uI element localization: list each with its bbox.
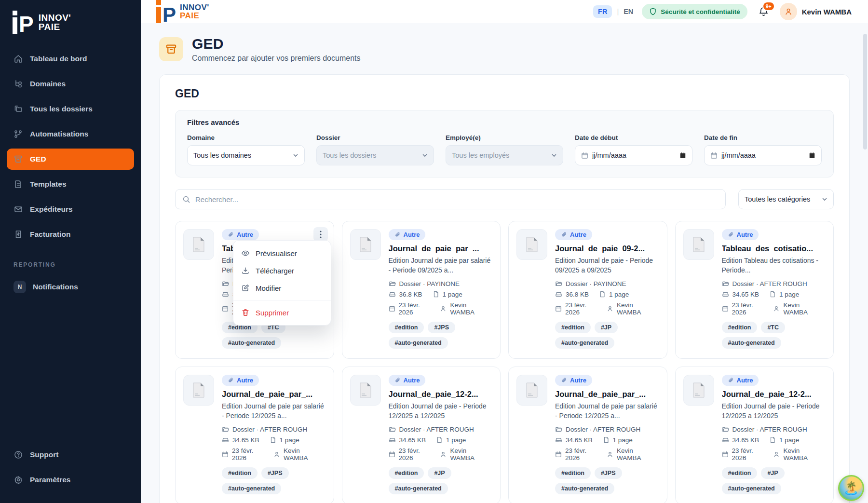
page-scrollbar[interactable] <box>863 0 867 503</box>
document-size: 34.65 KB <box>566 436 593 444</box>
pages-pair: 1 page <box>599 291 629 298</box>
sidebar-item-facturation[interactable]: Facturation <box>7 224 134 245</box>
filter-date-debut: Date de début jj/mm/aaaa <box>575 134 692 165</box>
document-folder: Dossier · AFTER ROUGH <box>399 426 474 433</box>
tag: #TC <box>761 322 785 333</box>
main-content: GED Commencez par ajouter vos premiers d… <box>141 23 868 503</box>
security-badge-label: Sécurité et confidentialité <box>661 8 740 15</box>
home-icon <box>14 54 23 64</box>
document-card[interactable]: Autre Journal_de_paie_par_... Edition Jo… <box>342 221 501 359</box>
sidebar-item-tableau-de-bord[interactable]: Tableau de bord <box>7 48 134 69</box>
calendar-icon <box>581 152 588 159</box>
dossier-select[interactable]: Tous les dossiers <box>316 145 434 165</box>
document-description: Edition Journal de paie - Periode 12/202… <box>389 402 493 421</box>
sidebar-logo: P INNOV' PAIE <box>0 11 141 34</box>
sidebar-item-parametres[interactable]: Paramètres <box>7 469 134 490</box>
user-icon <box>773 305 780 312</box>
menu-item-previsualiser[interactable]: Prévisualiser <box>233 245 331 262</box>
document-card[interactable]: Autre Journal_de_paie_09-2... Edition Jo… <box>508 221 667 359</box>
sidebar-item-automatisations[interactable]: Automatisations <box>7 123 134 145</box>
search-box[interactable] <box>175 189 726 209</box>
folder-row: Dossier · PAYINONE <box>389 280 493 287</box>
folder-row: Dossier · AFTER ROUGH <box>722 280 826 287</box>
document-thumbnail <box>516 375 547 406</box>
user-menu[interactable]: Kevin WAMBA <box>780 3 852 20</box>
scrollbar-thumb[interactable] <box>863 34 867 150</box>
menu-item-telecharger[interactable]: Télécharger <box>233 262 331 279</box>
lang-en-button[interactable]: EN <box>624 8 633 15</box>
sidebar-item-label: Templates <box>30 180 67 189</box>
calendar-icon <box>389 451 395 458</box>
logo-mark-icon: P <box>156 0 175 23</box>
menu-item-supprimer[interactable]: Supprimer <box>233 304 331 321</box>
tags-row: #edition #JPS #auto-generated <box>389 322 493 349</box>
employe-select[interactable]: Tous les employés <box>446 145 563 165</box>
document-size: 34.65 KB <box>399 436 426 444</box>
menu-item-modifier[interactable]: Modifier <box>233 279 331 297</box>
security-badge[interactable]: Sécurité et confidentialité <box>642 4 747 19</box>
calendar-icon <box>722 305 729 312</box>
sidebar-item-domaines[interactable]: Domaines <box>7 73 134 95</box>
category-badge: Autre <box>722 375 759 386</box>
sidebar-item-support[interactable]: Support <box>7 444 134 465</box>
brand-line2: PAIE <box>39 22 71 31</box>
document-date: 23 févr. 2026 <box>399 301 430 316</box>
document-file-icon <box>191 382 206 398</box>
tags-row: #edition #JP #auto-generated <box>555 322 659 349</box>
document-card[interactable]: Autre Journal_de_paie_par_... Edition Jo… <box>175 367 334 503</box>
sidebar-item-tous-les-dossiers[interactable]: Tous les dossiers <box>7 98 134 120</box>
category-badge: Autre <box>389 375 426 386</box>
folder-icon <box>222 426 229 433</box>
lang-fr-button[interactable]: FR <box>593 5 612 18</box>
date-fin-input[interactable]: jj/mm/aaaa <box>704 145 822 165</box>
tag: #auto-generated <box>722 483 781 494</box>
menu-item-label: Télécharger <box>256 267 294 275</box>
document-card[interactable]: Autre Journal_de_paie_12-2... Edition Jo… <box>342 367 501 503</box>
document-card[interactable]: Autre Journal_de_paie_par_... Edition Jo… <box>508 367 667 503</box>
lang-divider: | <box>617 8 619 15</box>
document-card[interactable]: Autre Journal_de_paie_12-2... Edition Jo… <box>675 367 834 503</box>
gear-icon <box>14 475 23 485</box>
sidebar-item-label: Paramètres <box>30 476 70 484</box>
filter-domaine: Domaine Tous les domaines <box>187 134 305 165</box>
card-more-button[interactable] <box>313 227 328 242</box>
paperclip-icon <box>728 377 734 383</box>
pages-pair: 1 page <box>270 436 299 444</box>
pages-pair: 1 page <box>769 436 799 444</box>
sidebar-item-ged[interactable]: GED <box>7 149 134 170</box>
paperclip-icon <box>561 377 567 383</box>
notifications-bell-button[interactable]: 9+ <box>756 4 771 19</box>
category-badge-label: Autre <box>570 231 586 238</box>
paperclip-icon <box>228 377 234 383</box>
author-pair: Kevin WAMBA <box>773 301 819 316</box>
drive-icon <box>555 436 562 444</box>
sidebar-item-templates[interactable]: Templates <box>7 174 134 195</box>
search-input[interactable] <box>195 195 719 204</box>
category-badge: Autre <box>389 229 426 240</box>
document-author: Kevin WAMBA <box>450 447 486 462</box>
category-select[interactable]: Toutes les catégories <box>738 189 834 209</box>
date-picker-icon[interactable] <box>679 152 686 159</box>
tropical-widget-button[interactable]: 🏝️ <box>838 475 864 501</box>
document-title: Journal_de_paie_par_... <box>389 244 493 253</box>
document-card[interactable]: Autre Tableau_des_cotisatio... Edition T… <box>675 221 834 359</box>
sidebar-item-expediteurs[interactable]: Expéditeurs <box>7 199 134 220</box>
tag: #JPS <box>261 467 289 479</box>
mail-icon <box>14 204 23 214</box>
date-debut-input[interactable]: jj/mm/aaaa <box>575 145 692 165</box>
sidebar: P INNOV' PAIE Tableau de bord Domaines T… <box>0 0 141 503</box>
sidebar-item-label: Notifications <box>33 283 78 291</box>
tag: #auto-generated <box>555 337 614 349</box>
workflow-icon <box>14 129 23 139</box>
date-placeholder: jj/mm/aaaa <box>592 151 676 159</box>
domaine-select[interactable]: Tous les domaines <box>187 145 305 165</box>
document-description: Edition Journal de paie par salarié - Pe… <box>389 256 493 275</box>
document-file-icon <box>358 236 373 253</box>
kebab-icon <box>320 231 322 238</box>
select-value: Toutes les catégories <box>745 195 819 203</box>
category-badge: Autre <box>555 375 592 386</box>
size-pair: 34.65 KB <box>722 291 760 298</box>
date-picker-icon[interactable] <box>809 152 815 159</box>
folder-icon <box>389 280 396 287</box>
sidebar-item-notifications[interactable]: N Notifications <box>7 275 134 299</box>
